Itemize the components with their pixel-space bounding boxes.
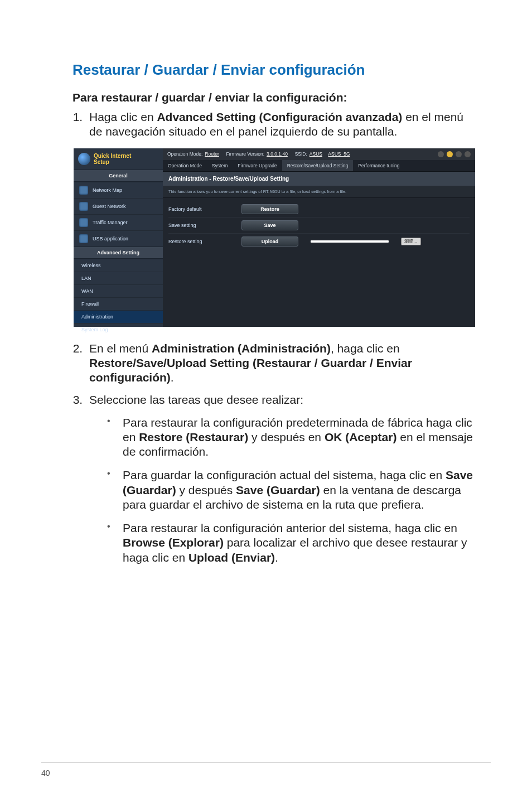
topbar-icons — [438, 151, 471, 157]
nav-label: Wireless — [81, 263, 101, 268]
quick-internet-setup[interactable]: Quick Internet Setup — [74, 151, 163, 170]
tab-operation-mode[interactable]: Operation Mode — [163, 160, 207, 171]
row-label: Save setting — [168, 223, 233, 228]
bullet-save-current: Para guardar la configuración actual del… — [107, 468, 476, 512]
ssid-label: SSID: — [295, 151, 307, 157]
qis-line2: Setup — [94, 159, 131, 165]
ssid2[interactable]: ASUS_5G — [328, 151, 350, 157]
row-save-setting: Save setting Save — [168, 218, 470, 234]
file-path-field[interactable] — [311, 240, 389, 243]
sidebar-item-wireless[interactable]: Wireless — [74, 259, 163, 272]
nav-label: Guest Network — [93, 204, 126, 209]
tab-performance-tuning[interactable]: Performance tuning — [353, 160, 404, 171]
status-icon[interactable] — [438, 151, 444, 157]
sidebar-item-firewall[interactable]: Firewall — [74, 297, 163, 310]
restore-button[interactable]: Restore — [241, 204, 298, 214]
step-3: Seleccione las tareas que desee realizar… — [86, 393, 476, 565]
fw-value[interactable]: 3.0.0.1.40 — [267, 151, 288, 157]
row-factory-default: Factory default Restore — [168, 201, 470, 218]
qis-line1: Quick Internet — [94, 153, 131, 159]
step2-pre: En el menú — [89, 342, 152, 355]
step2-bold2: Restore/Save/Upload Setting (Restaurar /… — [89, 356, 412, 384]
sidebar-item-system-log[interactable]: System Log — [74, 323, 163, 336]
panel-title: Administration - Restore/Save/Upload Set… — [163, 172, 475, 186]
nav-label: System Log — [81, 327, 108, 332]
usb-icon — [79, 234, 88, 243]
guest-network-icon — [79, 202, 88, 211]
sidebar-item-network-map[interactable]: Network Map — [74, 182, 163, 198]
sidebar-item-administration[interactable]: Administration — [74, 310, 163, 323]
step3-text: Seleccione las tareas que desee realizar… — [89, 393, 303, 406]
router-topbar: Operation Mode: Router Firmware Version:… — [163, 148, 475, 160]
status-icon[interactable] — [456, 151, 462, 157]
row-label: Restore setting — [168, 239, 233, 244]
sidebar-item-usb-application[interactable]: USB application — [74, 230, 163, 247]
router-screenshot: Quick Internet Setup General Network Map… — [74, 148, 475, 327]
page-number: 40 — [41, 769, 50, 777]
step-1: Haga clic en Advanced Setting (Configura… — [86, 110, 476, 139]
section-general-header: General — [74, 170, 163, 182]
bullet-restore-factory: Para restaurar la configuración predeter… — [107, 416, 476, 460]
traffic-manager-icon — [79, 218, 88, 227]
status-icon[interactable] — [465, 151, 471, 157]
nav-label: WAN — [81, 288, 93, 294]
nav-label: USB application — [93, 236, 128, 241]
row-label: Factory default — [168, 206, 233, 212]
save-button[interactable]: Save — [241, 220, 298, 230]
globe-icon — [78, 153, 90, 165]
ssid1[interactable]: ASUS — [309, 151, 322, 157]
fw-label: Firmware Version: — [226, 151, 265, 157]
opmode-value[interactable]: Router — [205, 151, 219, 157]
nav-label: Traffic Manager — [93, 220, 128, 225]
upload-button[interactable]: Upload — [241, 236, 298, 247]
opmode-label: Operation Mode: — [167, 151, 202, 157]
router-tabs: Operation Mode System Firmware Upgrade R… — [163, 160, 475, 172]
step-2: En el menú Administration (Administració… — [86, 341, 476, 385]
router-main: Operation Mode: Router Firmware Version:… — [163, 148, 475, 327]
step2-bold1: Administration (Administración) — [152, 342, 331, 355]
sidebar-item-lan[interactable]: LAN — [74, 272, 163, 284]
step2-post: . — [171, 371, 174, 384]
star-icon[interactable] — [447, 151, 453, 157]
sidebar-item-traffic-manager[interactable]: Traffic Manager — [74, 214, 163, 230]
browse-button[interactable]: 瀏覽… — [401, 238, 421, 245]
sidebar-item-wan[interactable]: WAN — [74, 284, 163, 297]
section-advanced-header: Advanced Setting — [74, 247, 163, 259]
network-map-icon — [79, 186, 88, 195]
bullet-restore-previous: Para restaurar la configuración anterior… — [107, 521, 476, 565]
section-heading: Restaurar / Guardar / Enviar configuraci… — [72, 61, 476, 79]
section-subheading: Para restaurar / guardar / enviar la con… — [72, 91, 476, 104]
step1-bold: Advanced Setting (Configuración avanzada… — [157, 110, 402, 123]
nav-label: Network Map — [93, 187, 122, 193]
footer-divider — [41, 762, 491, 763]
step1-pre: Haga clic en — [89, 110, 157, 123]
nav-label: Firewall — [81, 301, 99, 307]
tab-restore-save-upload[interactable]: Restore/Save/Upload Setting — [282, 160, 354, 171]
tab-system[interactable]: System — [207, 160, 233, 171]
row-restore-setting: Restore setting Upload 瀏覽… — [168, 234, 470, 249]
step2-mid: , haga clic en — [331, 342, 400, 355]
sidebar-item-guest-network[interactable]: Guest Network — [74, 198, 163, 214]
nav-label: Administration — [81, 314, 113, 320]
tab-firmware-upgrade[interactable]: Firmware Upgrade — [233, 160, 282, 171]
panel-description: This function allows you to save current… — [163, 186, 475, 198]
nav-label: LAN — [81, 276, 91, 281]
router-sidebar: Quick Internet Setup General Network Map… — [74, 148, 163, 327]
